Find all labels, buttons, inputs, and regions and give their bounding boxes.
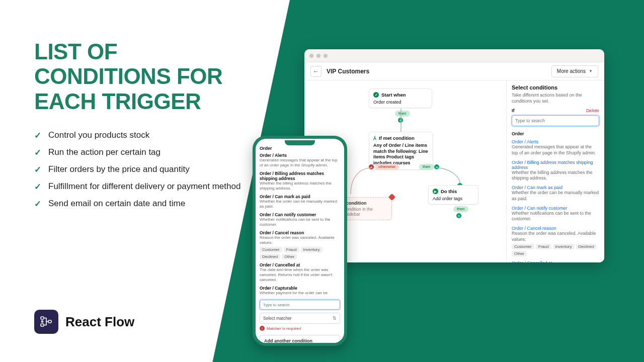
condition-option[interactable]: Order / Billing address matches shipping… — [512, 160, 599, 182]
check-circle-icon: ✓ — [373, 92, 379, 98]
mobile-conditions-panel: Order Order / Alerts Generated messages … — [256, 139, 344, 343]
page-title: LIST OF CONDITIONS FOR EACH TRIGGER — [34, 39, 246, 114]
validation-error: ! Matcher is required — [260, 326, 340, 331]
workflow-title: VIP Customers — [327, 68, 551, 75]
condition-option[interactable]: Order / Cancel reason Reason the order w… — [512, 226, 599, 256]
close-node-icon[interactable]: × — [369, 164, 374, 169]
panel-title: Select conditions — [512, 84, 599, 90]
panel-subtitle: Take different actions based on the cond… — [512, 93, 599, 104]
condition-option[interactable]: Order / Alerts Generated messages that a… — [512, 139, 599, 156]
svg-rect-1 — [41, 324, 44, 326]
branch-icon: ⅄ — [373, 135, 376, 141]
search-input[interactable] — [512, 115, 599, 126]
list-item: ✓Filter orders by the price and quantity — [34, 164, 246, 176]
condition-group-header: Order — [260, 146, 340, 151]
error-icon: ! — [260, 326, 265, 331]
plus-node-icon[interactable]: + — [456, 213, 461, 218]
condition-option[interactable]: Order / Can notify customer Whether noti… — [512, 206, 599, 222]
condition-option[interactable]: Order / Can notify customer Whether noti… — [260, 212, 340, 227]
list-item: ✓Send email on certain date and time — [34, 198, 246, 210]
edge-label-then: then — [419, 164, 434, 170]
app-toolbar: ← VIP Customers More actions ▼ — [304, 62, 604, 80]
condition-option[interactable]: Order / Can mark as paid Whether the ord… — [260, 194, 340, 209]
desktop-window: ← VIP Customers More actions ▼ ✓Start wh… — [304, 49, 604, 262]
traffic-light-icon — [309, 54, 313, 58]
warning-diamond-icon — [388, 194, 395, 201]
condition-option[interactable]: Order / Billing address matches shipping… — [260, 171, 340, 191]
more-actions-button[interactable]: More actions ▼ — [551, 65, 598, 77]
condition-option[interactable]: Order / Capturable Whether payment for t… — [260, 286, 340, 296]
traffic-light-icon — [316, 54, 320, 58]
check-icon: ✓ — [34, 182, 42, 193]
list-item: ✓Control you products stock — [34, 130, 246, 142]
check-icon: ✓ — [34, 130, 42, 142]
brand-logo-icon — [34, 310, 58, 334]
node-start-when[interactable]: ✓Start when Order created — [369, 88, 432, 108]
brand: React Flow — [34, 310, 134, 334]
if-label: If — [512, 108, 515, 113]
select-handle-icon: ⇅ — [333, 316, 337, 321]
search-input[interactable] — [260, 300, 340, 310]
window-chrome — [304, 49, 604, 62]
edge-label-otherwise: otherwise — [375, 164, 399, 170]
node-if-condition-empty[interactable]: condition ondition in the sidebar — [342, 197, 392, 220]
condition-option[interactable]: Order / Cancelled at The date and time w… — [260, 262, 340, 283]
brand-name: React Flow — [65, 314, 134, 330]
check-icon: ✓ — [34, 199, 42, 210]
mobile-device-frame: Order Order / Alerts Generated messages … — [253, 136, 347, 346]
add-condition-button[interactable]: Add another condition — [260, 335, 340, 343]
condition-option[interactable]: Order / Can mark as paid Whether the ord… — [512, 185, 599, 202]
marketing-copy: LIST OF CONDITIONS FOR EACH TRIGGER ✓Con… — [34, 39, 246, 215]
plus-node-icon[interactable]: + — [398, 118, 403, 123]
close-node-icon[interactable]: × — [434, 164, 439, 169]
svg-rect-0 — [41, 317, 44, 319]
list-item: ✓Run the action per certain tag — [34, 147, 246, 159]
matcher-select[interactable]: Select matcher ⇅ — [260, 313, 340, 324]
condition-group-header: Order — [512, 131, 599, 136]
node-do-this[interactable]: ▶Do this Add order tags — [428, 185, 478, 205]
conditions-sidepanel: Select conditions Take different actions… — [506, 80, 604, 262]
chevron-down-icon: ▼ — [589, 69, 593, 73]
device-notch — [285, 140, 315, 145]
condition-option[interactable]: Order / Alerts Generated messages that a… — [260, 153, 340, 168]
node-body: Any of Order / Line items match the foll… — [373, 143, 429, 166]
value-tags: Customer Fraud Inventory Declined Other — [512, 244, 599, 256]
condition-option[interactable]: Order / Cancelled at — [512, 260, 599, 262]
edge-label-then: then — [453, 206, 468, 212]
check-icon: ✓ — [34, 147, 42, 159]
bullet-list: ✓Control you products stock ✓Run the act… — [34, 130, 246, 210]
delete-link[interactable]: Delete — [586, 108, 599, 113]
list-item: ✓Fulfillment for different delivery or p… — [34, 181, 246, 193]
svg-point-3 — [41, 321, 43, 322]
edge-label-then: then — [395, 111, 410, 117]
play-icon: ▶ — [433, 189, 438, 194]
back-button[interactable]: ← — [310, 66, 321, 77]
value-tags: Customer Fraud Inventory Declined Other — [260, 247, 340, 259]
node-body: Order created — [373, 100, 428, 105]
check-icon: ✓ — [34, 164, 42, 176]
condition-option[interactable]: Order / Cancel reason Reason the order w… — [260, 230, 340, 259]
node-body: Add order tags — [433, 196, 474, 201]
traffic-light-icon — [324, 54, 328, 58]
svg-rect-2 — [48, 320, 51, 323]
